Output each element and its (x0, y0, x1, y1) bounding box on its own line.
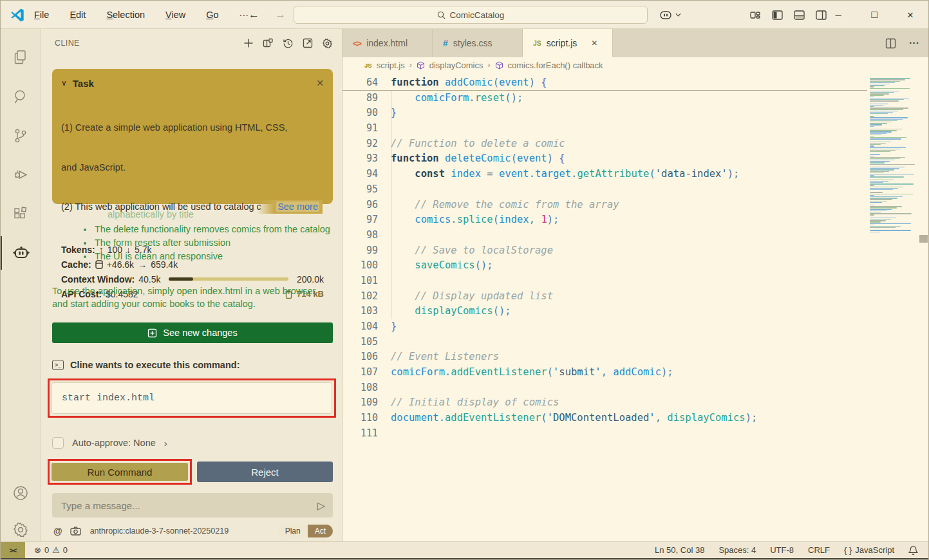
warning-icon: ⚠ (52, 545, 60, 555)
breadcrumb-symbol1[interactable]: displayComics (429, 61, 483, 70)
code-line-105[interactable]: 105 (343, 335, 867, 350)
new-task-plus-icon[interactable] (243, 38, 254, 48)
toggle-panel-icon[interactable] (794, 10, 805, 21)
close-tab-icon[interactable]: ✕ (591, 39, 597, 48)
account-icon[interactable] (1, 476, 41, 510)
open-in-new-window-icon[interactable] (263, 38, 274, 48)
breadcrumb-symbol2[interactable]: comics.forEach() callback (508, 61, 603, 70)
error-icon: ⊗ (34, 545, 41, 555)
tab-script-js[interactable]: JSscript.js✕ (523, 29, 613, 57)
run-debug-icon[interactable] (1, 158, 41, 191)
code-line-107[interactable]: 107comicForm.addEventListener('submit', … (343, 365, 867, 380)
menu-edit[interactable]: Edit (70, 10, 86, 20)
minimap[interactable] (867, 77, 919, 244)
tab-label: styles.css (453, 38, 493, 48)
maximize-button[interactable]: ☐ (856, 1, 892, 29)
see-more-link[interactable]: See more (257, 200, 323, 214)
auto-approve-chevron-icon[interactable]: › (164, 438, 167, 449)
message-input[interactable] (52, 500, 317, 511)
history-icon[interactable] (283, 38, 294, 49)
problems-indicator[interactable]: ⊗ 0 ⚠ 0 (34, 545, 68, 555)
code-line-109[interactable]: 109// Initial display of comics (343, 395, 867, 411)
code-line-104[interactable]: 104} (343, 319, 867, 335)
code-line-98[interactable]: 98 (343, 228, 867, 243)
code-line-106[interactable]: 106// Event Listeners (343, 350, 867, 365)
search-icon (437, 11, 446, 19)
line-number: 91 (343, 121, 378, 136)
panel-settings-gear-icon[interactable] (322, 38, 333, 49)
code-line-95[interactable]: 95 (343, 182, 867, 198)
command-field[interactable]: start index.html (52, 382, 332, 414)
line-number: 102 (343, 289, 378, 304)
breadcrumb-file[interactable]: script.js (377, 61, 405, 70)
code-line-93[interactable]: 93function deleteComic(event) { (343, 151, 867, 167)
code-line-64[interactable]: 64function addComic(event) { (343, 75, 867, 91)
code-line-101[interactable]: 101 (343, 274, 867, 289)
editor-scrollbar-thumb[interactable] (919, 235, 928, 243)
code-line-90[interactable]: 90} (343, 106, 867, 121)
code-line-91[interactable]: 91 (343, 121, 867, 136)
camera-icon[interactable] (70, 527, 81, 536)
close-window-button[interactable]: ✕ (892, 1, 928, 29)
tab-styles-css[interactable]: #styles.css (433, 29, 523, 57)
search-sidebar-icon[interactable] (1, 80, 41, 113)
line-text: function deleteComic(event) { (378, 151, 565, 167)
toggle-primary-sidebar-icon[interactable] (772, 10, 783, 21)
menu-go[interactable]: Go (206, 10, 218, 20)
task-collapse-chevron-icon[interactable]: ∨ (61, 79, 67, 88)
send-icon[interactable]: ▷ (317, 499, 325, 512)
menu-selection[interactable]: Selection (106, 10, 145, 20)
source-control-icon[interactable] (1, 119, 41, 153)
eol-setting[interactable]: CRLF (808, 545, 830, 555)
remote-indicator[interactable]: >< (1, 542, 25, 558)
encoding-setting[interactable]: UTF-8 (770, 545, 794, 555)
cline-extension-icon[interactable] (1, 236, 41, 270)
run-command-button[interactable]: Run Command (52, 463, 188, 481)
explorer-icon[interactable] (1, 41, 41, 74)
code-line-100[interactable]: 100 saveComics(); (343, 258, 867, 274)
line-number: 107 (343, 365, 378, 380)
minimize-button[interactable]: ─ (820, 1, 856, 29)
code-line-96[interactable]: 96 // Remove the comic from the array (343, 198, 867, 213)
see-new-changes-button[interactable]: See new changes (52, 322, 333, 343)
js-file-icon: JS (533, 39, 541, 47)
cursor-position[interactable]: Ln 50, Col 38 (655, 545, 704, 555)
extensions-icon[interactable] (1, 197, 41, 230)
code-line-89[interactable]: 89 comicForm.reset(); (343, 91, 867, 106)
code-line-111[interactable]: 111 (343, 426, 867, 442)
command-center-search[interactable]: ComicCatalog (294, 6, 648, 24)
line-text: comicForm.addEventListener('submit', add… (378, 365, 673, 380)
model-name: anthropic:claude-3-7-sonnet-20250219 (90, 527, 229, 536)
code-line-110[interactable]: 110document.addEventListener('DOMContent… (343, 411, 867, 426)
code-line-102[interactable]: 102 // Display updated list (343, 289, 867, 304)
menu-file[interactable]: File (34, 10, 49, 20)
code-area[interactable]: 64function addComic(event) {89 comicForm… (343, 73, 928, 541)
task-close-icon[interactable]: ✕ (316, 78, 324, 88)
tab-index-html[interactable]: <>index.html (343, 29, 433, 57)
code-line-99[interactable]: 99 // Save to localStorage (343, 243, 867, 259)
context-window-row: Context Window: 40.5k 200.0k (61, 274, 324, 285)
mention-at-icon[interactable]: @ (53, 526, 62, 536)
customize-layout-icon[interactable] (750, 10, 761, 21)
forward-arrow-icon[interactable]: → (275, 8, 286, 21)
notifications-bell-icon[interactable] (908, 545, 918, 555)
code-line-92[interactable]: 92// Function to delete a comic (343, 136, 867, 152)
menu-view[interactable]: View (165, 10, 185, 20)
code-line-97[interactable]: 97 comics.splice(index, 1); (343, 212, 867, 228)
act-mode-button[interactable]: Act (308, 525, 333, 537)
code-line-103[interactable]: 103 displayComics(); (343, 304, 867, 319)
reject-button[interactable]: Reject (197, 462, 333, 482)
code-line-94[interactable]: 94 const index = event.target.getAttribu… (343, 167, 867, 182)
indentation-setting[interactable]: Spaces: 4 (718, 545, 756, 555)
split-editor-icon[interactable] (885, 38, 896, 49)
code-line-108[interactable]: 108 (343, 380, 867, 396)
language-mode[interactable]: { } JavaScript (844, 545, 894, 555)
more-actions-icon[interactable]: ··· (909, 37, 919, 49)
back-arrow-icon[interactable]: ← (249, 8, 259, 21)
plan-mode-button[interactable]: Plan (278, 525, 308, 537)
open-in-editor-icon[interactable] (303, 38, 313, 48)
copilot-menu[interactable] (659, 6, 681, 23)
history-nav: ← → (249, 1, 286, 29)
menu-more[interactable]: ··· (239, 10, 249, 20)
auto-approve-checkbox[interactable] (52, 437, 64, 449)
